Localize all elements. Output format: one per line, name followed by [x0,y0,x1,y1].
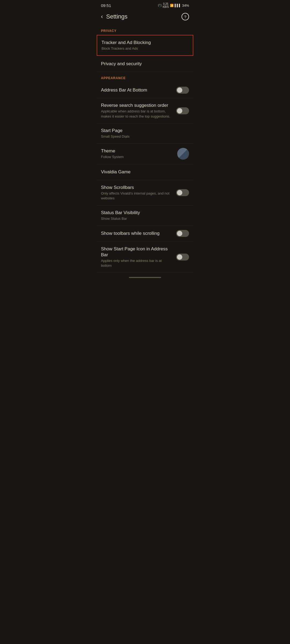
item-title-reverse-search: Reverse search suggestion order [101,103,173,108]
section-privacy: PRIVACY Tracker and Ad Blocking Block Tr… [97,25,193,72]
toggle-track [176,254,189,261]
section-label-appearance: APPEARANCE [97,72,193,82]
status-bar: 09:51 📳 0.25KB/S 📶 ▌▌▌ 34% [97,0,193,10]
toggle-thumb [177,231,182,236]
header-left: ‹ Settings [101,13,128,20]
back-button[interactable]: ‹ [101,13,103,20]
settings-item-status-bar[interactable]: Status Bar Visibility Show Status Bar [97,206,193,226]
item-title-toolbars: Show toolbars while scrolling [101,230,173,236]
toggle-show-scrollbars[interactable] [176,189,189,196]
item-text-toolbars: Show toolbars while scrolling [101,230,176,236]
item-title-start-page-icon: Show Start Page Icon in Address Bar [101,246,173,258]
settings-item-start-page-icon[interactable]: Show Start Page Icon in Address Bar Appl… [97,242,193,273]
page-title: Settings [106,13,128,20]
item-text-address-bar: Address Bar At Bottom [101,87,176,93]
item-text-start-page-icon: Show Start Page Icon in Address Bar Appl… [101,246,176,268]
toggle-thumb [177,190,182,195]
item-text-reverse-search: Reverse search suggestion order Applicab… [101,103,176,119]
item-subtitle-theme: Follow System [101,155,174,159]
toggle-reverse-search[interactable] [176,107,189,114]
item-subtitle-start-page-icon: Applies only when the address bar is at … [101,258,173,268]
toggle-thumb [177,108,182,114]
item-title-address-bar: Address Bar At Bottom [101,87,173,93]
toggle-thumb [177,254,182,260]
item-text-tracker: Tracker and Ad Blocking Block Trackers a… [102,40,189,51]
settings-item-address-bar-bottom[interactable]: Address Bar At Bottom [97,82,193,98]
item-text-start-page: Start Page Small Speed Dials [101,128,189,139]
section-label-privacy: PRIVACY [97,25,193,35]
toggle-track [176,87,189,94]
item-title-scrollbars: Show Scrollbars [101,185,173,191]
wifi-icon: 📶 [170,4,174,7]
item-text-vivaldia: Vivaldia Game [101,169,189,175]
item-title-vivaldia: Vivaldia Game [101,169,186,175]
settings-item-vivaldia-game[interactable]: Vivaldia Game [97,164,193,180]
settings-item-tracker-ad-blocking[interactable]: Tracker and Ad Blocking Block Trackers a… [97,35,193,56]
item-subtitle-reverse-search: Applicable when address bar is at bottom… [101,109,173,119]
item-text-status-bar: Status Bar Visibility Show Status Bar [101,210,189,221]
toggle-thumb [177,87,182,93]
data-rate: 0.25KB/S [163,2,169,8]
toggle-show-toolbars[interactable] [176,230,189,237]
settings-item-show-toolbars[interactable]: Show toolbars while scrolling [97,226,193,242]
item-text-theme: Theme Follow System [101,148,177,159]
toggle-track [176,230,189,237]
nav-bar [129,277,161,278]
settings-item-reverse-search[interactable]: Reverse search suggestion order Applicab… [97,98,193,123]
settings-item-start-page[interactable]: Start Page Small Speed Dials [97,123,193,144]
item-subtitle-start-page: Small Speed Dials [101,134,186,139]
theme-icon [177,148,189,160]
item-title-tracker: Tracker and Ad Blocking [102,40,185,46]
settings-item-show-scrollbars[interactable]: Show Scrollbars Only affects Vivaldi's i… [97,180,193,205]
signal-icon: ▌▌▌ [175,4,181,7]
status-icons: 📳 0.25KB/S 📶 ▌▌▌ 34% [158,2,189,8]
item-title-privacy: Privacy and security [101,61,186,67]
settings-item-theme[interactable]: Theme Follow System [97,144,193,164]
item-title-status-bar: Status Bar Visibility [101,210,186,216]
settings-item-privacy-security[interactable]: Privacy and security [97,56,193,72]
item-title-theme: Theme [101,148,174,154]
toggle-start-page-icon[interactable] [176,254,189,261]
section-appearance: APPEARANCE Address Bar At Bottom Reverse… [97,72,193,273]
nav-indicator [97,273,193,282]
item-subtitle-tracker: Block Trackers and Ads [102,46,185,51]
item-text-privacy: Privacy and security [101,61,189,67]
vibrate-icon: 📳 [158,4,162,7]
item-subtitle-scrollbars: Only affects Vivaldi's internal pages, a… [101,191,173,201]
item-subtitle-status-bar: Show Status Bar [101,216,186,221]
toggle-track [176,189,189,196]
toggle-address-bar-bottom[interactable] [176,87,189,94]
battery: 34% [182,3,189,8]
status-time: 09:51 [101,3,111,8]
toggle-track [176,107,189,114]
item-text-scrollbars: Show Scrollbars Only affects Vivaldi's i… [101,185,176,201]
header: ‹ Settings ? [97,10,193,25]
item-title-start-page: Start Page [101,128,186,134]
help-button[interactable]: ? [182,13,189,20]
